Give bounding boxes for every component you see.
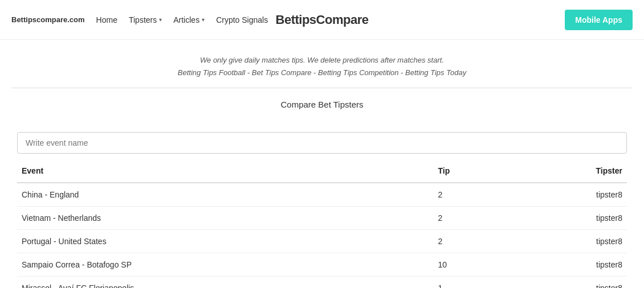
search-input[interactable] [17,132,627,154]
site-logo: BettipsCompare [276,13,369,27]
cell-tipster: tipster8 [505,277,627,288]
cell-tip: 2 [433,230,505,253]
search-section [0,121,644,159]
table-row: China - England2tipster8 [17,183,627,207]
table-header-row: Event Tip Tipster [17,159,627,183]
cell-tip: 10 [433,253,505,277]
nav-item-home[interactable]: Home [96,15,117,24]
table-section: Event Tip Tipster China - England2tipste… [0,159,644,288]
nav-item-crypto-signals[interactable]: Crypto Signals [216,15,268,24]
cell-tipster: tipster8 [505,230,627,253]
nav-item-articles[interactable]: Articles ▾ [173,15,205,24]
chevron-down-icon: ▾ [202,17,205,23]
cell-tip: 2 [433,207,505,230]
table-header: Event Tip Tipster [17,159,627,183]
table-body: China - England2tipster8Vietnam - Nether… [17,183,627,288]
cell-tipster: tipster8 [505,207,627,230]
chevron-down-icon: ▾ [159,17,162,23]
table-row: Portugal - United States2tipster8 [17,230,627,253]
nav-item-tipsters[interactable]: Tipsters ▾ [129,15,162,24]
cell-event: Vietnam - Netherlands [17,207,433,230]
col-event: Event [17,159,433,183]
col-tipster: Tipster [505,159,627,183]
cell-tip: 1 [433,277,505,288]
tagline-line1: We only give daily matches tips. We dele… [11,54,633,67]
cell-tipster: tipster8 [505,183,627,207]
mobile-apps-button[interactable]: Mobile Apps [565,10,633,30]
col-tip: Tip [433,159,505,183]
tagline-line2: Betting Tips Football - Bet Tips Compare… [11,67,633,79]
page-title: Compare Bet Tipsters [0,88,644,121]
cell-event: Sampaio Correa - Botafogo SP [17,253,433,277]
cell-event: Mirassol - Avaí FC Florianopolis [17,277,433,288]
cell-event: China - England [17,183,433,207]
table-row: Sampaio Correa - Botafogo SP10tipster8 [17,253,627,277]
table-row: Mirassol - Avaí FC Florianopolis1tipster… [17,277,627,288]
table-row: Vietnam - Netherlands2tipster8 [17,207,627,230]
tagline-section: We only give daily matches tips. We dele… [0,40,644,88]
cell-tip: 2 [433,183,505,207]
site-name: Bettipscompare.com [11,15,85,24]
site-header: Bettipscompare.com HomeTipsters ▾Article… [0,0,644,40]
main-nav: HomeTipsters ▾Articles ▾Crypto Signals [96,15,268,24]
cell-event: Portugal - United States [17,230,433,253]
cell-tipster: tipster8 [505,253,627,277]
tipsters-table: Event Tip Tipster China - England2tipste… [17,159,627,288]
